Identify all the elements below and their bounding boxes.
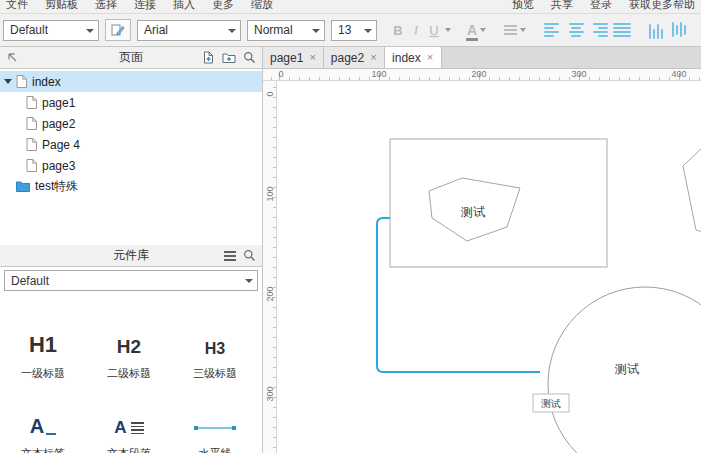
tab-label: index: [392, 51, 421, 65]
widget-label: 水平线: [199, 446, 232, 453]
menu-item-select[interactable]: 选择: [95, 0, 117, 12]
tree-item-test-folder[interactable]: test特殊: [0, 176, 262, 197]
ruler-number: 100: [371, 69, 386, 79]
chevron-down-icon: [245, 279, 253, 283]
paragraph-lines: [131, 422, 144, 434]
widget-label: 文本段落: [107, 446, 151, 453]
menu-icon[interactable]: [224, 251, 236, 261]
design-canvas[interactable]: 测试 测试 测试: [277, 81, 701, 453]
font-family-select[interactable]: Arial: [137, 20, 241, 41]
widget-h3[interactable]: H3 三级标题: [172, 305, 258, 385]
style-select[interactable]: Default: [3, 20, 99, 41]
menu-item-login[interactable]: 登录: [590, 0, 612, 12]
align-justify-button[interactable]: [613, 22, 631, 38]
font-style-select[interactable]: Normal: [247, 20, 325, 41]
add-page-icon[interactable]: [202, 51, 215, 64]
chevron-down-icon: [520, 28, 526, 32]
page-icon: [26, 117, 37, 130]
widgets-panel-title: 元件库: [0, 247, 262, 264]
library-select[interactable]: Default: [4, 270, 258, 291]
menu-item-clipboard[interactable]: 剪贴板: [45, 0, 78, 12]
add-folder-icon[interactable]: [222, 51, 236, 64]
tab-bar: page1 × page2 × index ×: [263, 47, 701, 69]
widget-glyph: [194, 418, 236, 438]
page-icon: [26, 138, 37, 151]
widget-glyph: A: [114, 418, 143, 438]
align-right-button[interactable]: [590, 22, 608, 38]
tab-label: page2: [331, 51, 364, 65]
chevron-down-icon[interactable]: [445, 28, 451, 32]
menu-item-connect[interactable]: 连接: [134, 0, 156, 12]
underline-button[interactable]: U: [427, 23, 441, 38]
close-icon[interactable]: ×: [427, 52, 433, 63]
close-icon[interactable]: ×: [370, 52, 376, 63]
pages-panel-header: 页面: [0, 47, 262, 69]
small-box-label: 测试: [541, 398, 561, 409]
widget-label: 三级标题: [193, 366, 237, 381]
align-middle-button[interactable]: [671, 21, 687, 39]
italic-button[interactable]: I: [409, 22, 423, 38]
menu-item-get-more[interactable]: 获取更多帮助: [629, 0, 695, 12]
circle-shape-label: 测试: [614, 362, 639, 376]
canvas-area: page1 × page2 × index × 0 100 200 300 40…: [263, 47, 701, 453]
widget-hline[interactable]: 水平线: [172, 385, 258, 453]
tab-page1[interactable]: page1 ×: [263, 47, 324, 68]
align-center-button[interactable]: [567, 22, 585, 38]
align-left-button[interactable]: [544, 22, 562, 38]
font-color-letter: A: [467, 23, 477, 37]
menu-item-share[interactable]: 共享: [551, 0, 573, 12]
chevron-down-icon: [312, 29, 320, 33]
font-family-value: Arial: [144, 23, 168, 37]
search-icon[interactable]: [243, 51, 256, 64]
font-color-button[interactable]: A: [467, 23, 486, 37]
ruler-number: 200: [265, 283, 275, 305]
edit-style-button[interactable]: [105, 19, 131, 41]
widgets-panel: 元件库 Default H1 一级: [0, 245, 262, 453]
chevron-down-icon: [364, 29, 372, 33]
tree-item-page2[interactable]: page2: [0, 113, 262, 134]
line-spacing-button[interactable]: [504, 25, 526, 35]
ruler-number: 0: [278, 69, 283, 79]
axure-app: 文件 剪贴板 选择 连接 插入 更多 缩放 预览 共享 登录 获取更多帮助 De…: [0, 0, 701, 453]
tree-item-page4[interactable]: Page 4: [0, 134, 262, 155]
line-spacing-icon: [504, 25, 517, 35]
ruler-number: 100: [265, 183, 275, 205]
widget-glyph: H3: [205, 340, 225, 358]
menu-item-more[interactable]: 更多: [212, 0, 234, 12]
bold-button[interactable]: B: [391, 23, 405, 38]
menu-item-insert[interactable]: 插入: [173, 0, 195, 12]
text-label-letter: A: [30, 415, 44, 437]
menu-item-file[interactable]: 文件: [6, 0, 28, 12]
widget-h1[interactable]: H1 一级标题: [0, 305, 86, 385]
tree-item-page3[interactable]: page3: [0, 155, 262, 176]
menu-item-preview[interactable]: 预览: [512, 0, 534, 12]
tree-item-label: page2: [42, 117, 75, 131]
left-panel: 页面: [0, 47, 263, 453]
page-icon: [16, 75, 27, 88]
align-top-button[interactable]: [648, 21, 664, 39]
font-size-select[interactable]: 13: [331, 20, 377, 41]
tree-item-index[interactable]: index: [0, 71, 262, 92]
widget-paragraph[interactable]: A 文本段落: [86, 385, 172, 453]
menu-item-zoom[interactable]: 缩放: [251, 0, 273, 12]
pages-tree: index page1 page2: [0, 69, 262, 245]
style-select-value: Default: [10, 23, 48, 37]
vertical-ruler: 0 100 200 300: [263, 81, 277, 453]
tree-item-label: Page 4: [42, 138, 80, 152]
widget-h2[interactable]: H2 二级标题: [86, 305, 172, 385]
clipped-corner-shape[interactable]: [683, 147, 701, 232]
underbar: [46, 433, 56, 435]
font-style-value: Normal: [254, 23, 293, 37]
chevron-down-icon: [480, 28, 486, 32]
tab-index[interactable]: index ×: [385, 47, 442, 68]
close-icon[interactable]: ×: [309, 52, 315, 63]
search-icon[interactable]: [243, 249, 256, 262]
tree-item-page1[interactable]: page1: [0, 92, 262, 113]
expander-icon[interactable]: [4, 79, 16, 84]
widget-text-label[interactable]: A 文本标签: [0, 385, 86, 453]
tree-item-label: page3: [42, 159, 75, 173]
tab-page2[interactable]: page2 ×: [324, 47, 385, 68]
tree-item-label: test特殊: [35, 178, 78, 195]
ruler-number: 0: [265, 83, 275, 105]
ruler-number: 400: [671, 69, 686, 79]
